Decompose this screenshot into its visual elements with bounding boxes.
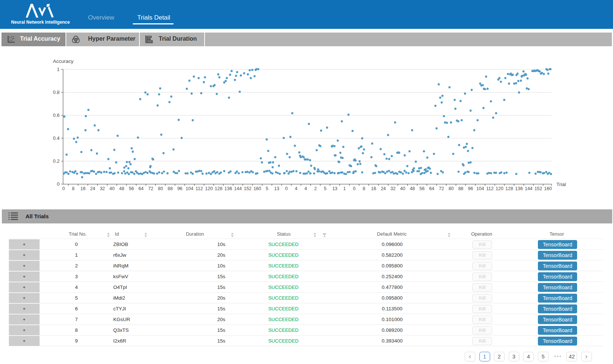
svg-text:Trial: Trial	[556, 182, 566, 187]
svg-text:13: 13	[332, 186, 337, 191]
svg-text:4: 4	[295, 186, 297, 191]
svg-text:112: 112	[196, 186, 203, 191]
svg-text:72: 72	[148, 186, 154, 191]
svg-text:128: 128	[505, 186, 513, 191]
svg-text:5: 5	[266, 186, 268, 191]
svg-text:8: 8	[363, 186, 365, 191]
svg-text:0: 0	[353, 186, 356, 191]
svg-text:0: 0	[285, 186, 288, 191]
svg-text:40: 40	[400, 186, 405, 191]
svg-text:8: 8	[72, 186, 75, 191]
svg-text:144: 144	[525, 186, 532, 191]
svg-text:5: 5	[324, 186, 326, 191]
svg-text:144: 144	[234, 186, 242, 191]
svg-text:136: 136	[515, 186, 523, 191]
svg-text:136: 136	[225, 186, 232, 191]
svg-text:80: 80	[158, 186, 163, 191]
svg-text:4: 4	[304, 186, 307, 191]
svg-text:1: 1	[57, 67, 60, 72]
svg-text:0.4: 0.4	[53, 135, 60, 141]
svg-text:0.8: 0.8	[53, 90, 60, 95]
svg-text:160: 160	[544, 186, 552, 191]
svg-text:0: 0	[57, 181, 60, 187]
svg-text:32: 32	[390, 186, 395, 191]
svg-text:0.2: 0.2	[53, 158, 60, 164]
svg-text:32: 32	[100, 186, 105, 191]
svg-text:120: 120	[205, 186, 213, 191]
svg-text:120: 120	[496, 186, 503, 191]
svg-text:48: 48	[410, 186, 415, 191]
svg-text:24: 24	[381, 186, 386, 191]
svg-text:13: 13	[274, 186, 279, 191]
svg-text:72: 72	[439, 186, 444, 191]
svg-text:96: 96	[177, 186, 182, 191]
svg-text:128: 128	[215, 186, 222, 191]
svg-text:112: 112	[486, 186, 494, 191]
svg-text:Accuracy: Accuracy	[53, 58, 74, 64]
svg-text:24: 24	[90, 186, 95, 191]
svg-text:64: 64	[429, 186, 434, 191]
svg-text:96: 96	[468, 186, 473, 191]
svg-text:0: 0	[62, 186, 65, 191]
svg-text:104: 104	[186, 186, 193, 191]
svg-text:56: 56	[129, 186, 134, 191]
svg-text:80: 80	[448, 186, 454, 191]
svg-text:40: 40	[110, 186, 115, 191]
svg-text:48: 48	[119, 186, 124, 191]
svg-text:152: 152	[535, 186, 542, 191]
svg-text:1: 1	[343, 186, 346, 191]
svg-text:152: 152	[244, 186, 252, 191]
svg-text:160: 160	[253, 186, 261, 191]
svg-text:16: 16	[80, 186, 85, 191]
svg-text:56: 56	[420, 186, 425, 191]
svg-text:64: 64	[138, 186, 144, 191]
svg-text:88: 88	[168, 186, 173, 191]
svg-text:2: 2	[314, 186, 317, 191]
svg-text:0.6: 0.6	[53, 112, 60, 118]
svg-text:104: 104	[476, 186, 484, 191]
svg-text:16: 16	[371, 186, 376, 191]
svg-text:88: 88	[458, 186, 464, 191]
